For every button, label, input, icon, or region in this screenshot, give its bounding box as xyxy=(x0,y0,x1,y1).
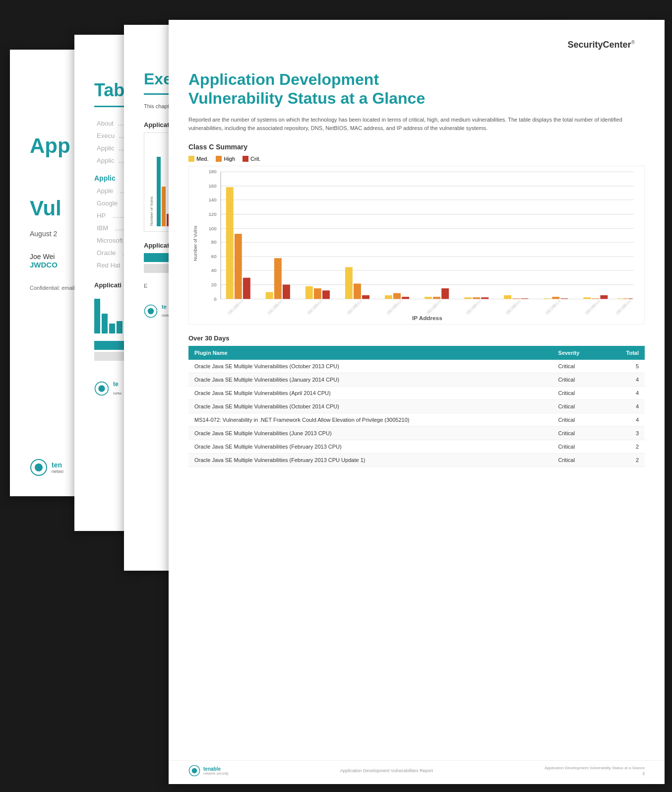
svg-text:192.168.x.x: 192.168.x.x xyxy=(545,299,561,316)
table-row: Oracle Java SE Multiple Vulnerabilities … xyxy=(188,399,645,413)
severity-4: Critical xyxy=(552,399,606,413)
svg-rect-45 xyxy=(441,288,449,299)
vulnerability-table: Plugin Name Severity Total Oracle Java S… xyxy=(188,346,645,467)
svg-text:IP Address: IP Address xyxy=(412,315,442,321)
col-total: Total xyxy=(606,346,645,360)
plugin-name-7: Oracle Java SE Multiple Vulnerabilities … xyxy=(188,440,552,453)
svg-rect-28 xyxy=(226,187,234,299)
col-plugin-name: Plugin Name xyxy=(188,346,552,360)
total-8: 2 xyxy=(606,453,645,466)
table-header-row: Plugin Name Severity Total xyxy=(188,346,645,360)
svg-rect-59 xyxy=(623,298,627,299)
tenable-footer-text: tenable xyxy=(203,767,229,772)
svg-rect-33 xyxy=(283,285,290,299)
svg-text:60: 60 xyxy=(211,254,217,259)
svg-text:192.168.x.x: 192.168.x.x xyxy=(505,299,522,316)
svg-rect-48 xyxy=(481,297,489,299)
table-row: Oracle Java SE Multiple Vulnerabilities … xyxy=(188,453,645,466)
svg-text:160: 160 xyxy=(208,183,216,189)
svg-text:192.168.x.x: 192.168.x.x xyxy=(267,299,284,316)
svg-text:100: 100 xyxy=(208,226,216,231)
svg-rect-34 xyxy=(305,286,313,299)
tenable-logo-cover: ten netwo xyxy=(30,459,63,476)
total-3: 4 xyxy=(606,386,645,399)
chart-container: 0 20 40 60 80 100 120 140 160 180 Number… xyxy=(188,166,645,325)
tenable-icon-exec xyxy=(144,304,158,318)
total-5: 4 xyxy=(606,413,645,426)
main-description: Reported are the number of systems on wh… xyxy=(188,116,645,133)
severity-5: Critical xyxy=(552,413,606,426)
svg-rect-60 xyxy=(628,298,633,299)
svg-rect-50 xyxy=(512,298,520,299)
svg-text:192.168.x.x: 192.168.x.x xyxy=(426,299,442,316)
svg-text:140: 140 xyxy=(208,197,216,202)
footer-page-number: 3 xyxy=(642,771,645,776)
col-severity: Severity xyxy=(552,346,606,360)
svg-rect-30 xyxy=(243,278,250,299)
total-4: 4 xyxy=(606,399,645,413)
page-footer: tenable network security Application Dev… xyxy=(169,760,665,777)
svg-rect-40 xyxy=(385,295,392,299)
tenable-text: ten xyxy=(52,461,63,469)
table-row: Oracle Java SE Multiple Vulnerabilities … xyxy=(188,386,645,399)
svg-point-3 xyxy=(98,385,105,392)
svg-text:80: 80 xyxy=(211,239,217,245)
table-row: MS14-072: Vulnerability in .NET Framewor… xyxy=(188,413,645,426)
page-main: SecurityCenter® Application Development … xyxy=(169,20,665,784)
svg-text:180: 180 xyxy=(208,169,216,174)
svg-text:40: 40 xyxy=(211,267,217,273)
chart-svg: 0 20 40 60 80 100 120 140 160 180 Number… xyxy=(189,166,644,315)
svg-rect-39 xyxy=(362,295,369,299)
table-header: Plugin Name Severity Total xyxy=(188,346,645,360)
svg-rect-54 xyxy=(560,298,568,299)
severity-2: Critical xyxy=(552,373,606,386)
plugin-name-6: Oracle Java SE Multiple Vulnerabilities … xyxy=(188,426,552,440)
svg-rect-58 xyxy=(618,298,622,299)
plugin-name-2: Oracle Java SE Multiple Vulnerabilities … xyxy=(188,373,552,386)
svg-text:192.168.x.x: 192.168.x.x xyxy=(346,299,363,316)
severity-6: Critical xyxy=(552,426,606,440)
legend-crit-color xyxy=(243,156,248,162)
main-header: SecurityCenter® xyxy=(169,20,665,60)
total-1: 5 xyxy=(606,360,645,373)
legend-med-color xyxy=(188,156,194,162)
chart-section-title: Class C Summary xyxy=(188,143,645,151)
main-content: Application Development Vulnerability St… xyxy=(169,60,665,477)
svg-rect-57 xyxy=(600,295,608,299)
plugin-name-4: Oracle Java SE Multiple Vulnerabilities … xyxy=(188,399,552,413)
svg-rect-29 xyxy=(235,234,242,299)
svg-rect-43 xyxy=(425,297,432,299)
svg-point-5 xyxy=(148,308,154,314)
svg-rect-53 xyxy=(552,297,559,299)
svg-rect-38 xyxy=(354,283,361,299)
tenable-footer-subtext: network security xyxy=(203,772,229,775)
table-row: Oracle Java SE Multiple Vulnerabilities … xyxy=(188,360,645,373)
svg-text:192.168.x.x: 192.168.x.x xyxy=(615,299,632,316)
svg-point-1 xyxy=(35,463,43,471)
legend-high-color xyxy=(216,156,222,162)
svg-rect-35 xyxy=(314,288,321,299)
plugin-name-1: Oracle Java SE Multiple Vulnerabilities … xyxy=(188,360,552,373)
severity-8: Critical xyxy=(552,453,606,466)
legend-high-label: High xyxy=(224,156,235,162)
tenable-footer-icon xyxy=(188,765,200,777)
tenable-text-toc: te xyxy=(113,381,122,388)
table-body: Oracle Java SE Multiple Vulnerabilities … xyxy=(188,360,645,467)
svg-rect-55 xyxy=(583,297,591,299)
table-row: Oracle Java SE Multiple Vulnerabilities … xyxy=(188,373,645,386)
legend-crit-label: Crit. xyxy=(250,156,260,162)
svg-text:Number of Vulns: Number of Vulns xyxy=(192,226,198,261)
total-6: 3 xyxy=(606,426,645,440)
svg-text:192.168.x.x: 192.168.x.x xyxy=(227,299,244,316)
svg-text:192.168.x.x: 192.168.x.x xyxy=(386,299,403,316)
svg-rect-36 xyxy=(322,290,330,299)
page-stack: SecurityCenter® App Vul August 2 Joe Wei… xyxy=(10,20,655,774)
legend-crit: Crit. xyxy=(243,156,260,162)
svg-text:20: 20 xyxy=(211,282,217,287)
table-row: Oracle Java SE Multiple Vulnerabilities … xyxy=(188,426,645,440)
tenable-subtext-toc: netw xyxy=(113,391,122,396)
tenable-subtext: netwo xyxy=(52,469,63,474)
severity-7: Critical xyxy=(552,440,606,453)
svg-rect-56 xyxy=(592,298,599,299)
main-page-title: Application Development Vulnerability St… xyxy=(188,70,645,108)
